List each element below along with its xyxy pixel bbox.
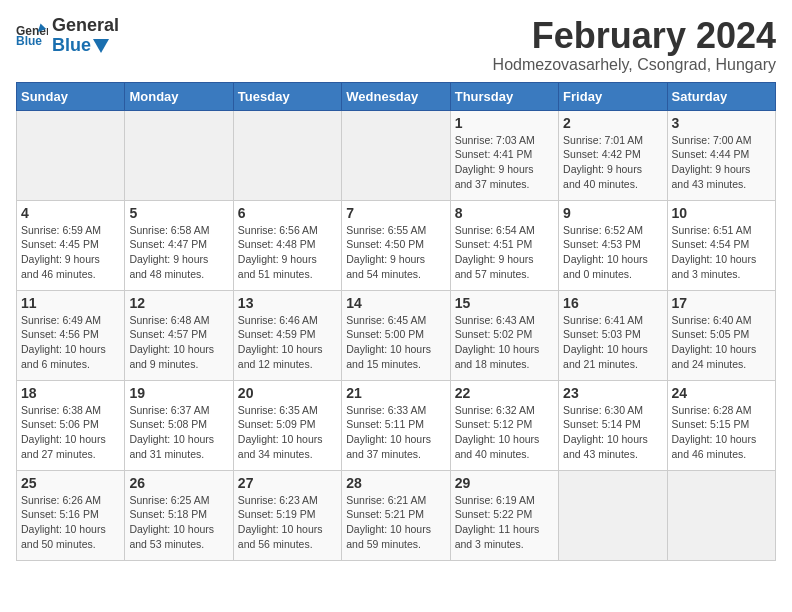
calendar-cell: 6Sunrise: 6:56 AM Sunset: 4:48 PM Daylig… <box>233 200 341 290</box>
calendar-cell: 17Sunrise: 6:40 AM Sunset: 5:05 PM Dayli… <box>667 290 775 380</box>
logo-blue-text: Blue <box>52 36 119 56</box>
day-number: 4 <box>21 205 120 221</box>
day-info: Sunrise: 6:59 AM Sunset: 4:45 PM Dayligh… <box>21 223 120 282</box>
calendar-cell: 8Sunrise: 6:54 AM Sunset: 4:51 PM Daylig… <box>450 200 558 290</box>
day-number: 15 <box>455 295 554 311</box>
day-info: Sunrise: 6:21 AM Sunset: 5:21 PM Dayligh… <box>346 493 445 552</box>
day-info: Sunrise: 7:01 AM Sunset: 4:42 PM Dayligh… <box>563 133 662 192</box>
calendar-cell: 3Sunrise: 7:00 AM Sunset: 4:44 PM Daylig… <box>667 110 775 200</box>
day-info: Sunrise: 6:26 AM Sunset: 5:16 PM Dayligh… <box>21 493 120 552</box>
day-info: Sunrise: 6:35 AM Sunset: 5:09 PM Dayligh… <box>238 403 337 462</box>
calendar-cell <box>233 110 341 200</box>
day-info: Sunrise: 6:56 AM Sunset: 4:48 PM Dayligh… <box>238 223 337 282</box>
calendar-header-friday: Friday <box>559 82 667 110</box>
logo: General Blue General Blue <box>16 16 119 56</box>
day-number: 17 <box>672 295 771 311</box>
calendar-header-sunday: Sunday <box>17 82 125 110</box>
day-number: 2 <box>563 115 662 131</box>
calendar-cell: 14Sunrise: 6:45 AM Sunset: 5:00 PM Dayli… <box>342 290 450 380</box>
calendar-week-row: 11Sunrise: 6:49 AM Sunset: 4:56 PM Dayli… <box>17 290 776 380</box>
day-number: 6 <box>238 205 337 221</box>
day-number: 19 <box>129 385 228 401</box>
svg-marker-3 <box>93 39 109 53</box>
calendar-cell: 13Sunrise: 6:46 AM Sunset: 4:59 PM Dayli… <box>233 290 341 380</box>
day-number: 20 <box>238 385 337 401</box>
calendar-cell: 25Sunrise: 6:26 AM Sunset: 5:16 PM Dayli… <box>17 470 125 560</box>
calendar-week-row: 18Sunrise: 6:38 AM Sunset: 5:06 PM Dayli… <box>17 380 776 470</box>
day-info: Sunrise: 6:55 AM Sunset: 4:50 PM Dayligh… <box>346 223 445 282</box>
day-number: 11 <box>21 295 120 311</box>
day-number: 10 <box>672 205 771 221</box>
calendar-subtitle: Hodmezovasarhely, Csongrad, Hungary <box>493 56 776 74</box>
day-number: 27 <box>238 475 337 491</box>
calendar-header-saturday: Saturday <box>667 82 775 110</box>
day-info: Sunrise: 6:25 AM Sunset: 5:18 PM Dayligh… <box>129 493 228 552</box>
logo-general-text: General <box>52 16 119 36</box>
day-info: Sunrise: 7:03 AM Sunset: 4:41 PM Dayligh… <box>455 133 554 192</box>
calendar-cell: 23Sunrise: 6:30 AM Sunset: 5:14 PM Dayli… <box>559 380 667 470</box>
calendar-cell: 20Sunrise: 6:35 AM Sunset: 5:09 PM Dayli… <box>233 380 341 470</box>
calendar-cell: 19Sunrise: 6:37 AM Sunset: 5:08 PM Dayli… <box>125 380 233 470</box>
day-number: 23 <box>563 385 662 401</box>
calendar-week-row: 4Sunrise: 6:59 AM Sunset: 4:45 PM Daylig… <box>17 200 776 290</box>
logo-arrow-icon <box>93 39 109 53</box>
day-number: 28 <box>346 475 445 491</box>
day-number: 14 <box>346 295 445 311</box>
day-number: 21 <box>346 385 445 401</box>
calendar-cell: 1Sunrise: 7:03 AM Sunset: 4:41 PM Daylig… <box>450 110 558 200</box>
calendar-cell: 2Sunrise: 7:01 AM Sunset: 4:42 PM Daylig… <box>559 110 667 200</box>
calendar-cell <box>17 110 125 200</box>
day-info: Sunrise: 6:37 AM Sunset: 5:08 PM Dayligh… <box>129 403 228 462</box>
day-info: Sunrise: 7:00 AM Sunset: 4:44 PM Dayligh… <box>672 133 771 192</box>
svg-text:Blue: Blue <box>16 34 42 48</box>
calendar-cell: 11Sunrise: 6:49 AM Sunset: 4:56 PM Dayli… <box>17 290 125 380</box>
calendar-cell: 7Sunrise: 6:55 AM Sunset: 4:50 PM Daylig… <box>342 200 450 290</box>
day-number: 25 <box>21 475 120 491</box>
day-info: Sunrise: 6:41 AM Sunset: 5:03 PM Dayligh… <box>563 313 662 372</box>
day-number: 1 <box>455 115 554 131</box>
day-number: 7 <box>346 205 445 221</box>
day-number: 13 <box>238 295 337 311</box>
calendar-cell <box>559 470 667 560</box>
day-info: Sunrise: 6:23 AM Sunset: 5:19 PM Dayligh… <box>238 493 337 552</box>
day-number: 26 <box>129 475 228 491</box>
day-info: Sunrise: 6:58 AM Sunset: 4:47 PM Dayligh… <box>129 223 228 282</box>
page-header: General Blue General Blue February 2024 … <box>16 16 776 74</box>
day-info: Sunrise: 6:38 AM Sunset: 5:06 PM Dayligh… <box>21 403 120 462</box>
calendar-title-block: February 2024 Hodmezovasarhely, Csongrad… <box>493 16 776 74</box>
calendar-table: SundayMondayTuesdayWednesdayThursdayFrid… <box>16 82 776 561</box>
logo-icon: General Blue <box>16 20 48 52</box>
day-number: 18 <box>21 385 120 401</box>
calendar-cell: 15Sunrise: 6:43 AM Sunset: 5:02 PM Dayli… <box>450 290 558 380</box>
day-number: 16 <box>563 295 662 311</box>
day-number: 12 <box>129 295 228 311</box>
day-info: Sunrise: 6:48 AM Sunset: 4:57 PM Dayligh… <box>129 313 228 372</box>
day-info: Sunrise: 6:52 AM Sunset: 4:53 PM Dayligh… <box>563 223 662 282</box>
day-info: Sunrise: 6:30 AM Sunset: 5:14 PM Dayligh… <box>563 403 662 462</box>
day-number: 8 <box>455 205 554 221</box>
calendar-cell: 22Sunrise: 6:32 AM Sunset: 5:12 PM Dayli… <box>450 380 558 470</box>
day-info: Sunrise: 6:40 AM Sunset: 5:05 PM Dayligh… <box>672 313 771 372</box>
day-number: 29 <box>455 475 554 491</box>
calendar-week-row: 1Sunrise: 7:03 AM Sunset: 4:41 PM Daylig… <box>17 110 776 200</box>
calendar-cell: 27Sunrise: 6:23 AM Sunset: 5:19 PM Dayli… <box>233 470 341 560</box>
day-info: Sunrise: 6:32 AM Sunset: 5:12 PM Dayligh… <box>455 403 554 462</box>
calendar-cell: 18Sunrise: 6:38 AM Sunset: 5:06 PM Dayli… <box>17 380 125 470</box>
calendar-cell: 9Sunrise: 6:52 AM Sunset: 4:53 PM Daylig… <box>559 200 667 290</box>
calendar-week-row: 25Sunrise: 6:26 AM Sunset: 5:16 PM Dayli… <box>17 470 776 560</box>
calendar-cell: 12Sunrise: 6:48 AM Sunset: 4:57 PM Dayli… <box>125 290 233 380</box>
calendar-header-tuesday: Tuesday <box>233 82 341 110</box>
day-number: 24 <box>672 385 771 401</box>
day-number: 3 <box>672 115 771 131</box>
calendar-header-monday: Monday <box>125 82 233 110</box>
day-info: Sunrise: 6:19 AM Sunset: 5:22 PM Dayligh… <box>455 493 554 552</box>
calendar-title: February 2024 <box>493 16 776 56</box>
calendar-cell: 21Sunrise: 6:33 AM Sunset: 5:11 PM Dayli… <box>342 380 450 470</box>
calendar-cell: 4Sunrise: 6:59 AM Sunset: 4:45 PM Daylig… <box>17 200 125 290</box>
day-info: Sunrise: 6:43 AM Sunset: 5:02 PM Dayligh… <box>455 313 554 372</box>
day-info: Sunrise: 6:33 AM Sunset: 5:11 PM Dayligh… <box>346 403 445 462</box>
day-number: 5 <box>129 205 228 221</box>
day-info: Sunrise: 6:28 AM Sunset: 5:15 PM Dayligh… <box>672 403 771 462</box>
day-info: Sunrise: 6:49 AM Sunset: 4:56 PM Dayligh… <box>21 313 120 372</box>
calendar-cell: 26Sunrise: 6:25 AM Sunset: 5:18 PM Dayli… <box>125 470 233 560</box>
